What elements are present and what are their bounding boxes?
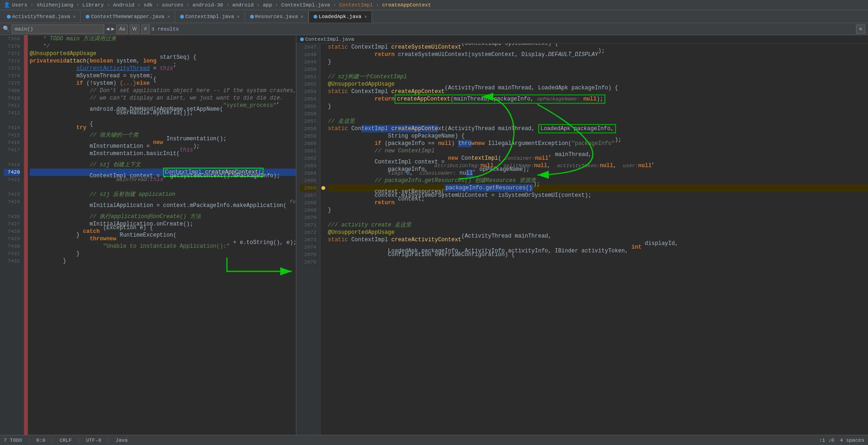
whole-word-btn[interactable]: W: [130, 25, 139, 34]
language: Java: [115, 438, 127, 443]
left-line-numbers: 7369 7370 7371 7372 7373 7374 7375 7409 …: [0, 35, 24, 435]
right-filename: ContextImpl.java: [305, 37, 354, 42]
encoding: UTF-8: [86, 438, 101, 443]
code-line: /// activity create 走这里: [328, 221, 868, 229]
code-line: }: [328, 103, 868, 110]
line-ending: CRLF: [60, 438, 72, 443]
close-icon[interactable]: ✕: [167, 14, 170, 19]
tab-label: ContextImpl.java: [185, 14, 234, 19]
caret-info: 0:0: [36, 438, 45, 443]
indent: 4 spaces: [840, 438, 864, 443]
tab-context-theme[interactable]: ContextThemeWrapper.java ✕: [81, 11, 175, 23]
code-line: [328, 214, 868, 221]
code-line: mInitialApplication = context.mPackageIn…: [30, 198, 296, 206]
code-line: flags: 0, classLoader: null, opPackageNa…: [328, 169, 868, 177]
tab-bar: ActivityThread.java ✕ ContextThemeWrappe…: [0, 10, 868, 23]
right-code-content[interactable]: static ContextImpl createSystemUiContext…: [326, 44, 868, 435]
file-dot: [300, 38, 304, 41]
left-code-area: 7369 7370 7371 7372 7373 7374 7375 7409 …: [0, 35, 296, 435]
close-icon[interactable]: ✕: [237, 14, 240, 19]
right-line-numbers: 2647 2648 2649 2650 2651 2652 2653 2654 …: [296, 44, 321, 435]
tab-dot: [314, 15, 317, 19]
left-pane: 7369 7370 7371 7372 7373 7374 7375 7409 …: [0, 35, 296, 435]
tab-label: ActivityThread.java: [12, 14, 70, 19]
close-icon[interactable]: ✕: [301, 14, 303, 19]
code-line: UserHandle.myUserId());: [30, 109, 296, 117]
tab-context-impl[interactable]: ContextImpl.java ✕: [175, 11, 245, 23]
tab-label: LoadedApk.java: [319, 14, 361, 19]
tab-loaded-apk[interactable]: LoadedApk.java ✕: [308, 11, 372, 23]
search-bar: 🔍 ◀ ▶ Aa W # 3 results ✕: [0, 23, 868, 35]
breadcrumb: Users › shizhenjiang › Library › Android…: [12, 2, 431, 8]
code-line: mainThread: this, getSystemContext().mPa…: [30, 176, 296, 183]
code-line: [328, 110, 868, 118]
breadcrumb-bar: 👤 Users › shizhenjiang › Library › Andro…: [0, 0, 868, 10]
todo-count: 7 TODO: [4, 438, 22, 443]
close-icon[interactable]: ✕: [364, 14, 367, 19]
close-search-btn[interactable]: ✕: [856, 25, 865, 34]
editor-container: 7369 7370 7371 7372 7373 7374 7375 7409 …: [0, 35, 868, 435]
case-sensitive-btn[interactable]: Aa: [116, 25, 127, 34]
code-line: String opPackageName) {: [328, 132, 868, 140]
code-line: [328, 66, 868, 73]
separator: |: [28, 438, 31, 443]
tab-dot: [7, 15, 11, 19]
code-line-2654: return createAppContext(mainThread, pack…: [328, 95, 868, 103]
tab-resources[interactable]: Resources.java ✕: [245, 11, 308, 23]
right-code-area: 2647 2648 2649 2650 2651 2652 2653 2654 …: [296, 44, 868, 435]
left-scrollmap: [24, 35, 28, 435]
code-line: // szj构建一个ContextImpl: [328, 73, 868, 81]
right-gutter: [321, 44, 326, 435]
status-bar: 7 TODO | 0:0 | CRLF | UTF-8 | Java ↑1 ↓0…: [0, 435, 868, 445]
separator: |: [107, 438, 110, 443]
search-input[interactable]: [12, 25, 104, 34]
result-count: 3 results: [151, 26, 179, 32]
tab-label: Resources.java: [255, 14, 298, 19]
code-line: * TODO main 方法调用过来: [30, 35, 296, 43]
tab-dot: [250, 15, 254, 19]
search-icon: 🔍: [3, 25, 10, 32]
close-icon[interactable]: ✕: [73, 14, 75, 19]
code-line: if (packageInfo == null) throw new Illeg…: [328, 140, 868, 147]
regex-btn[interactable]: #: [141, 25, 150, 34]
tab-dot: [180, 15, 184, 19]
breadcrumb-icon: 👤: [4, 2, 10, 8]
right-pane: ContextImpl.java 2647 2648 2649 2650 265…: [296, 35, 868, 435]
tab-activity-thread[interactable]: ActivityThread.java ✕: [2, 11, 81, 23]
code-line: return createSystemUiContext(systemConte…: [328, 51, 868, 58]
left-code-content[interactable]: * TODO main 方法调用过来 */ @UnsupportedAppUsa…: [28, 35, 296, 435]
separator: |: [51, 438, 54, 443]
code-line: mInstrumentation.basicInit(this);: [30, 146, 296, 154]
code-line: return context;: [328, 199, 868, 207]
tab-label: ContextThemeWrapper.java: [91, 14, 164, 19]
code-line: */: [30, 43, 296, 50]
code-line: packageInfo, attributionTag: null, split…: [328, 162, 868, 169]
right-pane-header: ContextImpl.java: [296, 35, 868, 44]
code-line: @UnsupportedAppUsage: [328, 229, 868, 236]
next-icon[interactable]: ▶: [111, 25, 114, 32]
git-branch: ↑1 ↓0: [819, 438, 834, 443]
separator: |: [77, 438, 81, 443]
tab-dot: [86, 15, 89, 19]
prev-icon[interactable]: ◀: [106, 25, 109, 32]
